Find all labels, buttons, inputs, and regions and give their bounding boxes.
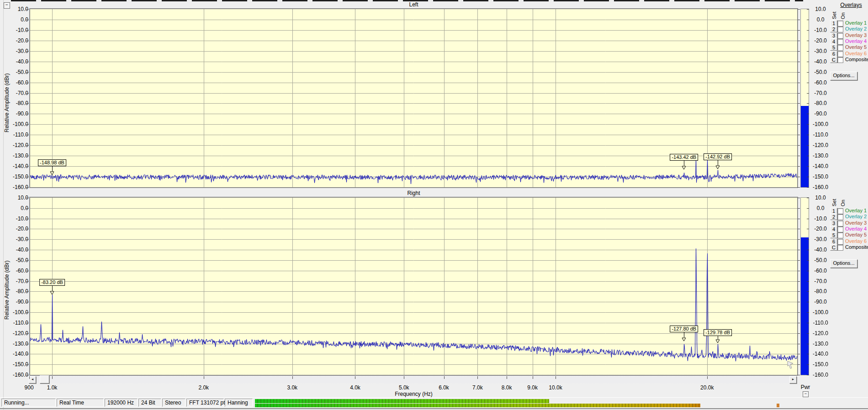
overlay-label-6-right: Overlay 6 (845, 238, 867, 244)
overlay-set-button-3-right[interactable]: 3 (830, 220, 837, 226)
y-tick-label-right: -130.0 (810, 341, 831, 347)
set-column-label: Set (831, 199, 837, 206)
overlay-on-checkbox-2-right[interactable] (837, 214, 843, 220)
overlay-set-button-4-left[interactable]: 4 (830, 38, 837, 45)
overlay-set-button-4-right[interactable]: 4 (830, 226, 837, 232)
y-tick-mark-plot-right (798, 260, 800, 261)
peak-marker-arrow-icon (682, 337, 687, 342)
freq-scrollbar-track[interactable] (28, 376, 797, 383)
peak-marker-arrow-icon (715, 339, 720, 343)
y-tick-mark-right (807, 51, 809, 52)
overlay-on-checkbox-4-right[interactable] (837, 226, 843, 232)
y-tick-mark-left (26, 260, 29, 261)
overlay-set-button-1-left[interactable]: 1 (830, 20, 837, 26)
overlay-on-checkbox-6-left[interactable] (837, 51, 843, 57)
overlay-set-button-6-right[interactable]: 6 (830, 238, 837, 245)
overlay-on-checkbox-2-left[interactable] (837, 26, 843, 32)
y-tick-mark-plot-right (798, 250, 800, 250)
y-tick-mark-plot-right (798, 9, 800, 10)
y-tick-label-right: -90.0 (810, 110, 831, 117)
y-tick-mark-plot-right (798, 51, 800, 52)
y-tick-mark-left (26, 41, 29, 41)
overlay-set-button-C-right[interactable]: C (830, 244, 837, 251)
y-tick-label: -70.0 (6, 278, 28, 284)
y-tick-label: -90.0 (6, 110, 28, 117)
overlay-on-checkbox-3-left[interactable] (837, 33, 843, 39)
freq-scrollbar-thumb[interactable] (40, 375, 49, 384)
overlay-on-checkbox-1-right[interactable] (837, 208, 843, 214)
y-tick-label: -30.0 (6, 236, 28, 242)
y-tick-label: -160.0 (6, 372, 28, 378)
y-tick-label-right: -160.0 (810, 372, 831, 378)
y-tick-label-right: -60.0 (810, 79, 831, 86)
overlay-set-button-6-left[interactable]: 6 (830, 51, 837, 57)
overlay-set-button-2-right[interactable]: 2 (830, 214, 837, 220)
overlays-options-button-right[interactable]: Options... (830, 259, 857, 268)
y-tick-mark-right (807, 103, 809, 104)
x-tick-label: 20.0k (693, 384, 722, 391)
x-tick-label: 8.0k (492, 384, 521, 391)
y-tick-label-right: -100.0 (810, 309, 831, 315)
y-tick-label: -30.0 (6, 48, 28, 54)
set-column-label: Set (831, 11, 837, 19)
x-tick-mark (29, 376, 30, 379)
overlay-label-4-left: Overlay 4 (845, 38, 867, 44)
y-tick-mark-plot-right (798, 302, 800, 302)
y-tick-mark-left (26, 187, 29, 188)
spectrum-canvas-right[interactable] (30, 198, 797, 375)
freq-scroll-left-button[interactable]: ◄ (29, 376, 36, 384)
freq-scroll-right-button[interactable]: ► (789, 376, 797, 384)
pwr-label: Pwr (797, 384, 814, 390)
y-tick-label-right: -130.0 (810, 152, 831, 159)
level-meter-right (800, 197, 809, 375)
y-tick-label: -70.0 (6, 90, 28, 96)
status-progress-meter-bottom (255, 404, 700, 407)
overlay-on-checkbox-5-right[interactable] (837, 232, 843, 238)
y-tick-mark-left (26, 333, 29, 334)
peak-marker-label: -129.78 dB (704, 329, 732, 336)
peak-marker-label: -148.98 dB (38, 159, 66, 166)
y-tick-mark-right (807, 62, 809, 62)
y-tick-mark-left (26, 312, 29, 313)
overlays-options-button-left[interactable]: Options... (830, 72, 857, 80)
overlay-label-2-right: Overlay 2 (845, 214, 867, 219)
y-tick-label-right: -150.0 (810, 361, 831, 368)
y-tick-mark-plot-right (798, 354, 800, 354)
overlay-set-button-1-right[interactable]: 1 (830, 208, 837, 214)
overlay-set-button-3-left[interactable]: 3 (830, 32, 837, 39)
peak-marker-line (718, 160, 718, 165)
peak-marker-arrow-icon (715, 165, 720, 169)
x-tick-label: 6.0k (429, 384, 459, 391)
overlay-set-button-5-right[interactable]: 5 (830, 232, 837, 238)
status-progress-meter-top (255, 399, 549, 403)
overlay-on-checkbox-5-left[interactable] (837, 45, 843, 51)
y-tick-label-right: -110.0 (810, 131, 831, 138)
overlay-on-checkbox-C-right[interactable] (837, 245, 843, 251)
overlay-on-checkbox-C-left[interactable] (837, 57, 843, 63)
right-plot-title: Right (30, 190, 797, 196)
overlay-set-button-C-left[interactable]: C (830, 57, 837, 63)
y-tick-label-right: -60.0 (810, 268, 831, 274)
y-tick-mark-left (26, 135, 29, 135)
overlay-set-button-5-left[interactable]: 5 (830, 44, 837, 51)
y-tick-mark-right (807, 281, 809, 282)
y-tick-mark-plot-right (798, 364, 800, 365)
y-tick-mark-plot-right (798, 62, 800, 62)
overlay-on-checkbox-4-left[interactable] (837, 39, 843, 45)
peak-marker-label: -142.92 dB (704, 153, 732, 160)
overlay-set-button-2-left[interactable]: 2 (830, 26, 837, 32)
y-tick-mark-right (807, 198, 809, 198)
overlay-on-checkbox-6-right[interactable] (837, 239, 843, 245)
overlay-label-5-left: Overlay 5 (845, 44, 867, 50)
overlay-on-checkbox-3-right[interactable] (837, 221, 843, 226)
x-tick-label: 5.0k (389, 384, 418, 391)
y-tick-mark-right (807, 72, 809, 73)
y-tick-label-right: -30.0 (810, 236, 831, 242)
y-tick-mark-left (26, 9, 29, 10)
pwr-collapse-button[interactable]: − (803, 391, 809, 397)
on-column-label: On (840, 200, 846, 206)
overlay-on-checkbox-1-left[interactable] (837, 21, 843, 26)
y-tick-label-right: 0.0 (810, 205, 831, 211)
x-tick-label: 1.0k (37, 384, 67, 391)
y-tick-mark-left (26, 51, 29, 52)
